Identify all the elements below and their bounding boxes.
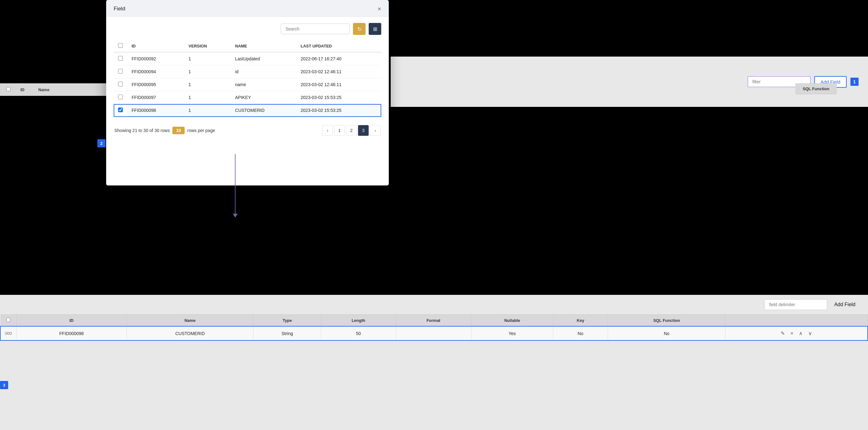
modal-row-version: 1 [184, 65, 230, 78]
row-up-button[interactable]: ∧ [798, 330, 804, 337]
bottom-row-format [396, 326, 471, 340]
bottom-th-id: ID [16, 315, 127, 326]
bottom-row-name: CUSTOMERID [127, 326, 253, 340]
bottom-row-id: FFID000098 [16, 326, 127, 340]
bottom-row-nullable: Yes [471, 326, 553, 340]
modal-header-checkbox[interactable] [118, 43, 123, 48]
modal-table-header-row: ID VERSION NAME LAST UPDATED [114, 40, 381, 52]
rows-per-page-label: rows per page [187, 128, 215, 133]
modal-title: Field [114, 6, 125, 12]
modal-search-input[interactable] [281, 24, 350, 34]
bottom-table-row: 000 FFID000098 CUSTOMERID String 50 Yes … [0, 326, 868, 340]
modal-row-checkbox-cell [114, 104, 127, 117]
modal-grid-button[interactable]: ⊞ [369, 23, 381, 35]
modal-row-last_updated: 2022-06-17 16:27:40 [296, 52, 381, 65]
arrow-head [233, 214, 238, 218]
pagination-next-button[interactable]: › [370, 125, 381, 136]
badge-2: 2 [97, 139, 105, 147]
badge-1: 1 [850, 78, 859, 86]
add-field-button-bottom[interactable]: Add Field [831, 300, 859, 309]
bottom-row-actions: ✎ × ∧ ∨ [725, 326, 868, 340]
modal-th-id: ID [127, 40, 184, 52]
modal-row-last_updated: 2023-03-02 12:46:11 [296, 65, 381, 78]
arrow-connector [235, 154, 236, 220]
bottom-th-checkbox [0, 315, 16, 326]
bg-th-name: Name [29, 87, 59, 92]
bottom-row-length: 50 [321, 326, 396, 340]
bottom-table: ID Name Type Length Format Nullable Key … [0, 314, 868, 341]
row-edit-button[interactable]: ✎ [779, 330, 786, 337]
modal-row-checkbox[interactable] [118, 69, 123, 74]
modal-row-version: 1 [184, 91, 230, 104]
bottom-th-name: Name [127, 315, 253, 326]
modal-table-row: FFID0000921LastUpdated2022-06-17 16:27:4… [114, 52, 381, 65]
modal-header: Field × [106, 0, 389, 17]
row-delete-button[interactable]: × [789, 330, 795, 337]
modal-row-name: LastUpdated [231, 52, 297, 65]
rows-per-page-badge[interactable]: 10 [173, 127, 185, 134]
bg-th-check [0, 87, 16, 92]
bottom-header-checkbox[interactable] [6, 318, 10, 322]
modal-th-version: VERSION [184, 40, 230, 52]
modal-row-id: FFID000092 [127, 52, 184, 65]
modal-row-version: 1 [184, 78, 230, 91]
bottom-th-length: Length [321, 315, 396, 326]
pagination-controls: ‹ 1 2 3 › [322, 125, 381, 136]
modal-row-id: FFID000097 [127, 91, 184, 104]
modal-row-checkbox[interactable] [118, 82, 123, 86]
modal-row-checkbox[interactable] [118, 108, 123, 112]
modal-table: ID VERSION NAME LAST UPDATED FFID0000921… [114, 40, 381, 117]
modal-row-checkbox[interactable] [118, 56, 123, 61]
modal-row-last_updated: 2023-03-02 15:53:25 [296, 104, 381, 117]
modal-row-name: name [231, 78, 297, 91]
pagination-prev-button[interactable]: ‹ [322, 125, 333, 136]
modal-row-version: 1 [184, 52, 230, 65]
pagination-showing-text: Showing 21 to 30 of 30 rows [114, 128, 170, 133]
row-down-button[interactable]: ∨ [807, 330, 813, 337]
field-modal: Field × ↻ ⊞ ID VERSION NAME [106, 0, 389, 185]
modal-table-row: FFID0000941id2023-03-02 12:46:11 [114, 65, 381, 78]
modal-row-id: FFID000098 [127, 104, 184, 117]
modal-row-checkbox-cell [114, 78, 127, 91]
badge-3: 3 [0, 381, 8, 389]
modal-th-checkbox [114, 40, 127, 52]
pagination-info: Showing 21 to 30 of 30 rows 10 rows per … [114, 127, 215, 134]
modal-row-last_updated: 2023-03-02 15:53:25 [296, 91, 381, 104]
bottom-row-type: String [253, 326, 321, 340]
bottom-table-area: Add Field ID Name Type Length Format Nul… [0, 295, 868, 430]
modal-row-name: CUSTOMERID [231, 104, 297, 117]
modal-row-id: FFID000094 [127, 65, 184, 78]
modal-row-checkbox-cell [114, 65, 127, 78]
modal-table-row: FFID0000981CUSTOMERID2023-03-02 15:53:25 [114, 104, 381, 117]
bottom-th-sql-function: SQL Function [608, 315, 725, 326]
background-toolbar: Add Field 1 [391, 57, 868, 107]
modal-table-row: FFID0000971APIKEY2023-03-02 15:53:25 [114, 91, 381, 104]
bottom-table-header-row: ID Name Type Length Format Nullable Key … [0, 315, 868, 326]
arrow-line [235, 154, 236, 214]
bg-header-checkbox[interactable] [6, 87, 10, 91]
field-delimiter-input[interactable] [764, 299, 827, 310]
pagination-page-2-button[interactable]: 2 [346, 125, 357, 136]
modal-body: ↻ ⊞ ID VERSION NAME LAST UPDATED [106, 17, 389, 185]
modal-refresh-button[interactable]: ↻ [353, 23, 366, 35]
bg-table-header: ID Name [0, 83, 107, 96]
modal-row-id: FFID000095 [127, 78, 184, 91]
bottom-th-actions [725, 315, 868, 326]
modal-row-last_updated: 2023-03-02 12:46:11 [296, 78, 381, 91]
bg-th-id: ID [16, 87, 29, 92]
bottom-th-format: Format [396, 315, 471, 326]
sql-function-bg-label: SQL Function [796, 83, 837, 94]
bottom-th-type: Type [253, 315, 321, 326]
modal-row-checkbox[interactable] [118, 95, 123, 99]
modal-row-version: 1 [184, 104, 230, 117]
bottom-toolbar: Add Field [0, 295, 868, 314]
grid-icon: ⊞ [373, 26, 377, 32]
modal-row-checkbox-cell [114, 91, 127, 104]
modal-row-name: id [231, 65, 297, 78]
modal-toolbar: ↻ ⊞ [114, 23, 381, 35]
bottom-th-key: Key [553, 315, 608, 326]
modal-close-button[interactable]: × [377, 6, 381, 12]
modal-row-checkbox-cell [114, 52, 127, 65]
pagination-page-3-button[interactable]: 3 [358, 125, 369, 136]
pagination-page-1-button[interactable]: 1 [334, 125, 345, 136]
